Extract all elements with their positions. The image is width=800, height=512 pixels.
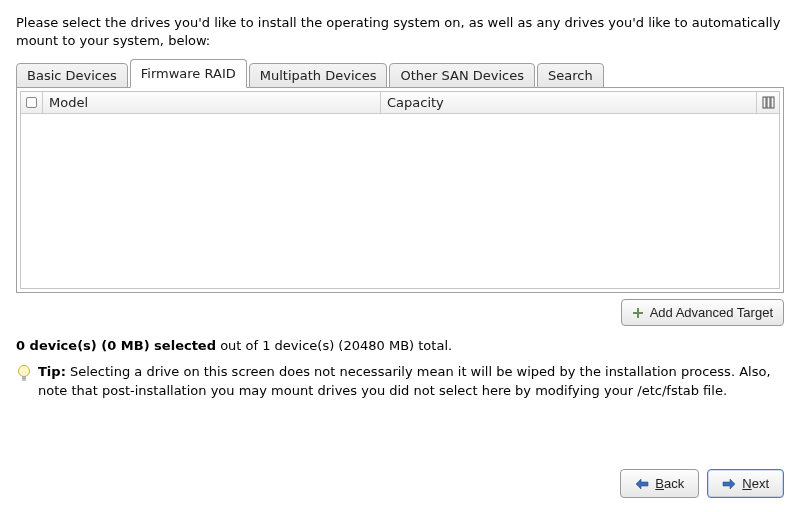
tab-search[interactable]: Search (537, 63, 604, 88)
back-button-label: Back (655, 476, 684, 491)
tip-row: Tip: Selecting a drive on this screen do… (16, 363, 784, 399)
select-all-checkbox[interactable] (26, 97, 37, 108)
svg-rect-6 (22, 376, 26, 379)
tab-other-san-devices[interactable]: Other SAN Devices (389, 63, 535, 88)
column-header-select-all[interactable] (21, 92, 43, 113)
svg-point-5 (19, 366, 30, 377)
plus-icon (632, 307, 644, 319)
selection-status-rest: out of 1 device(s) (20480 MB) total. (216, 338, 452, 353)
device-tabs: Basic Devices Firmware RAID Multipath De… (16, 58, 784, 87)
footer-nav: Back Next (620, 469, 784, 498)
table-header: Model Capacity (21, 92, 779, 114)
tab-multipath-devices[interactable]: Multipath Devices (249, 63, 388, 88)
arrow-right-icon (722, 478, 736, 490)
tab-firmware-raid[interactable]: Firmware RAID (130, 59, 247, 88)
add-advanced-target-button[interactable]: Add Advanced Target (621, 299, 784, 326)
column-header-model[interactable]: Model (43, 92, 381, 113)
next-button-label: Next (742, 476, 769, 491)
tab-basic-devices[interactable]: Basic Devices (16, 63, 128, 88)
table-body-empty (21, 114, 779, 288)
tip-label: Tip: (38, 364, 66, 379)
svg-rect-4 (633, 312, 643, 314)
svg-rect-7 (22, 380, 26, 381)
lightbulb-icon (16, 364, 32, 389)
device-table: Model Capacity (20, 91, 780, 289)
svg-rect-1 (767, 97, 770, 108)
columns-icon (762, 96, 775, 109)
tip-text: Tip: Selecting a drive on this screen do… (38, 363, 784, 399)
next-button[interactable]: Next (707, 469, 784, 498)
column-header-capacity[interactable]: Capacity (381, 92, 757, 113)
back-button[interactable]: Back (620, 469, 699, 498)
device-panel: Model Capacity (16, 87, 784, 293)
add-advanced-target-label: Add Advanced Target (650, 305, 773, 320)
selection-status-bold: 0 device(s) (0 MB) selected (16, 338, 216, 353)
arrow-left-icon (635, 478, 649, 490)
svg-rect-0 (763, 97, 766, 108)
column-config-button[interactable] (757, 92, 779, 113)
tip-body: Selecting a drive on this screen does no… (38, 364, 771, 397)
selection-status: 0 device(s) (0 MB) selected out of 1 dev… (16, 338, 784, 353)
svg-rect-2 (771, 97, 774, 108)
instructions-text: Please select the drives you'd like to i… (16, 14, 784, 50)
